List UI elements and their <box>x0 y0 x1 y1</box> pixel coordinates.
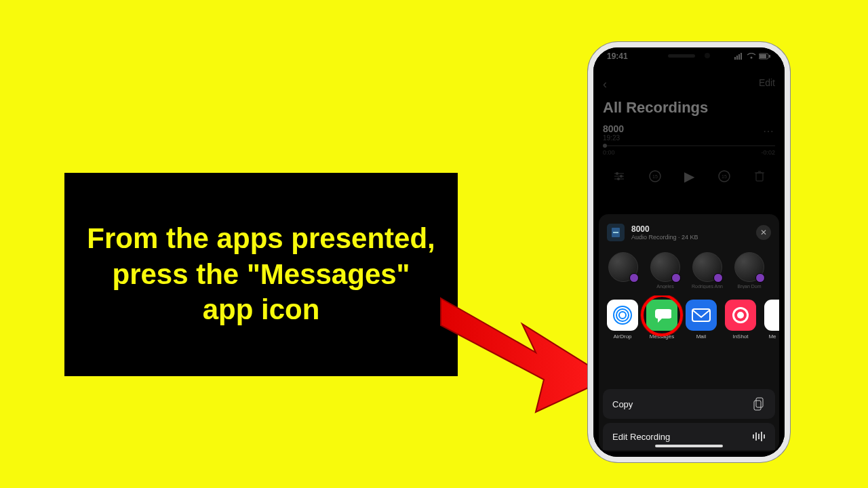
svg-point-23 <box>619 312 626 319</box>
airdrop-icon <box>607 300 638 331</box>
phone-mockup: 19:41 ‹ Edit All Recordings 8000 19:23 ⋯… <box>588 42 790 462</box>
svg-point-11 <box>616 172 618 175</box>
svg-text:15: 15 <box>652 174 658 179</box>
time-start: 0:00 <box>603 149 615 156</box>
share-file-meta: Audio Recording · 24 KB <box>631 234 698 241</box>
waveform-icon <box>752 431 766 442</box>
highlight-ring <box>641 296 683 336</box>
contact-suggestion[interactable]: Rodrigues Ann <box>690 252 725 289</box>
share-sheet: 8000 Audio Recording · 24 KB ✕ Angeles R… <box>599 214 779 451</box>
instruction-caption: From the apps presented, press the "Mess… <box>64 173 458 376</box>
progress-track[interactable] <box>603 145 775 146</box>
instruction-text: From the apps presented, press the "Mess… <box>85 221 437 328</box>
contact-suggestion[interactable]: Bryan Dom <box>732 252 767 289</box>
svg-rect-31 <box>754 401 761 410</box>
contacts-row: Angeles Rodrigues Ann Bryan Dom <box>599 248 779 296</box>
svg-rect-3 <box>741 53 742 60</box>
app-inshot[interactable]: InShot <box>725 300 756 340</box>
play-icon[interactable]: ▶ <box>684 168 694 184</box>
svg-rect-2 <box>738 54 740 60</box>
svg-rect-0 <box>734 57 736 60</box>
svg-rect-22 <box>613 232 618 233</box>
signal-icon <box>734 53 744 60</box>
svg-point-24 <box>616 309 629 321</box>
file-icon <box>607 224 625 241</box>
trash-icon[interactable] <box>754 170 765 182</box>
action-label: Edit Recording <box>612 432 670 442</box>
app-more[interactable]: Me <box>764 300 779 340</box>
action-copy[interactable]: Copy <box>603 389 775 419</box>
back-chevron-icon[interactable]: ‹ <box>603 77 607 92</box>
copy-icon <box>753 397 766 411</box>
more-app-icon <box>764 300 779 331</box>
app-label: InShot <box>725 333 756 340</box>
nav-row: ‹ Edit <box>593 77 785 92</box>
action-label: Copy <box>612 399 633 409</box>
wifi-icon <box>747 53 756 60</box>
svg-point-13 <box>617 178 620 180</box>
page-title: All Recordings <box>603 99 708 117</box>
svg-point-12 <box>620 175 623 178</box>
forward-15-icon[interactable]: 15 <box>717 169 731 183</box>
time-end: -0:02 <box>761 149 775 156</box>
recording-name: 8000 <box>603 123 775 134</box>
svg-rect-1 <box>736 56 738 60</box>
status-icons <box>734 52 771 61</box>
svg-rect-7 <box>760 54 766 58</box>
svg-point-4 <box>751 57 753 59</box>
svg-rect-18 <box>756 173 763 181</box>
svg-rect-6 <box>769 55 770 58</box>
close-icon[interactable]: ✕ <box>756 225 771 240</box>
status-bar: 19:41 <box>593 52 785 61</box>
app-messages[interactable]: Messages <box>646 300 677 340</box>
svg-rect-30 <box>756 398 763 407</box>
recording-time: 19:23 <box>603 134 775 142</box>
app-label: Mail <box>686 333 717 340</box>
status-time: 19:41 <box>607 52 628 61</box>
settings-icon[interactable] <box>613 171 625 181</box>
edit-button[interactable]: Edit <box>759 77 775 92</box>
battery-icon <box>759 53 771 60</box>
contact-suggestion[interactable]: Angeles <box>648 252 683 289</box>
svg-point-29 <box>737 312 744 319</box>
svg-rect-26 <box>692 309 710 321</box>
apps-row: AirDrop Messages Mail <box>599 296 779 344</box>
action-list: Copy Edit Recording <box>603 385 775 449</box>
share-header: 8000 Audio Recording · 24 KB ✕ <box>599 221 779 248</box>
rewind-15-icon[interactable]: 15 <box>648 169 662 183</box>
app-mail[interactable]: Mail <box>686 300 717 340</box>
app-airdrop[interactable]: AirDrop <box>607 300 638 340</box>
inshot-icon <box>725 300 756 331</box>
share-file-name: 8000 <box>631 224 698 234</box>
home-indicator[interactable] <box>655 445 723 447</box>
messages-icon <box>646 300 677 331</box>
mail-icon <box>686 300 717 331</box>
svg-text:15: 15 <box>722 174 727 179</box>
player-controls: 15 ▶ 15 <box>593 168 785 184</box>
pointer-arrow <box>434 291 610 413</box>
contact-suggestion[interactable] <box>606 252 641 289</box>
recording-item[interactable]: 8000 19:23 <box>603 123 775 142</box>
progress-times: 0:00 -0:02 <box>603 149 775 156</box>
app-label: AirDrop <box>607 333 638 340</box>
app-label: Me <box>764 333 779 340</box>
more-icon[interactable]: ⋯ <box>763 125 774 138</box>
